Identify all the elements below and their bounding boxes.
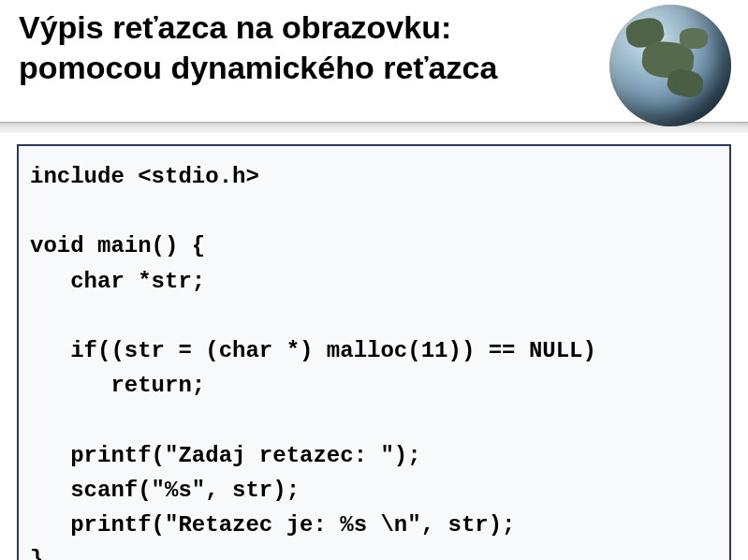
slide-body: include <stdio.h> void main() { char *st… <box>0 133 748 560</box>
title-line-2: pomocou dynamického reťazca <box>19 50 497 85</box>
slide-header: Výpis reťazca na obrazovku: pomocou dyna… <box>0 0 748 122</box>
code-line: include <stdio.h> <box>30 164 259 189</box>
code-line: void main() { <box>30 233 205 258</box>
code-line: printf("Zadaj retazec: "); <box>30 443 421 468</box>
code-line: return; <box>30 373 205 398</box>
code-line: if((str = (char *) malloc(11)) == NULL) <box>30 338 596 363</box>
code-line: scanf("%s", str); <box>30 478 300 503</box>
code-line: printf("Retazec je: %s \n", str); <box>30 512 515 538</box>
code-line: } <box>30 547 43 560</box>
code-block: include <stdio.h> void main() { char *st… <box>17 144 731 560</box>
code-line: char *str; <box>30 269 205 294</box>
slide-title: Výpis reťazca na obrazovku: pomocou dyna… <box>19 7 552 87</box>
earth-globe-icon <box>609 5 731 126</box>
title-line-1: Výpis reťazca na obrazovku: <box>19 9 451 45</box>
